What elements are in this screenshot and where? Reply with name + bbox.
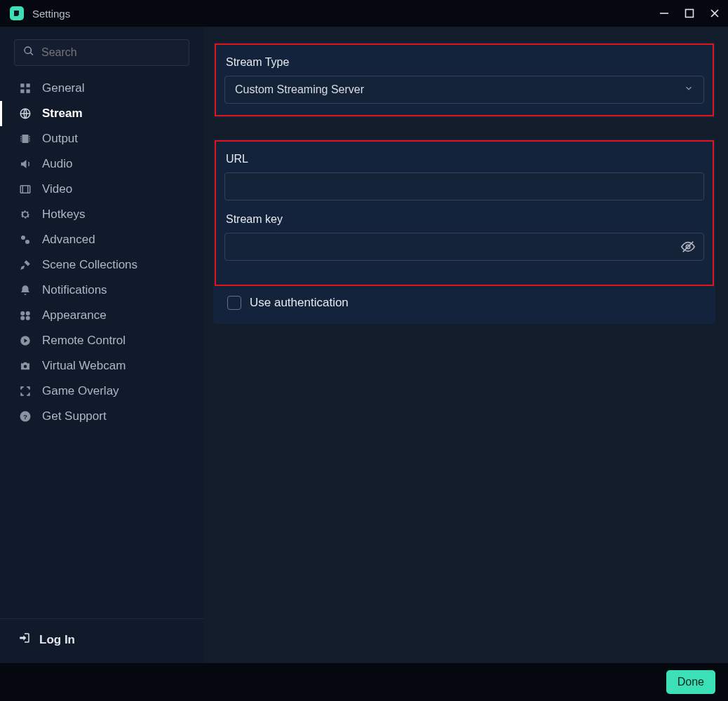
svg-rect-10 — [20, 136, 22, 137]
done-button[interactable]: Done — [666, 670, 715, 694]
svg-point-26 — [24, 365, 27, 369]
sidebar-item-virtual-webcam[interactable]: Virtual Webcam — [0, 353, 203, 379]
eye-off-icon[interactable] — [680, 239, 696, 254]
login-label: Log In — [39, 633, 75, 647]
play-circle-icon — [18, 334, 32, 348]
sidebar-item-label: Advanced — [42, 233, 95, 247]
svg-rect-7 — [27, 90, 30, 93]
connection-highlight: URL Stream key — [215, 140, 714, 286]
svg-point-21 — [20, 311, 25, 315]
svg-point-22 — [26, 311, 30, 315]
camera-icon — [18, 359, 32, 373]
film-icon — [18, 182, 32, 196]
globe-icon — [18, 107, 32, 121]
stream-type-highlight: Stream Type Custom Streaming Server — [215, 43, 714, 116]
bell-icon — [18, 283, 32, 297]
sidebar-item-notifications[interactable]: Notifications — [0, 278, 203, 303]
sidebar-item-label: Appearance — [42, 308, 107, 322]
sidebar-nav: General Stream Output Audio Video Hotkey… — [0, 76, 203, 429]
titlebar: Settings — [0, 0, 728, 27]
sidebar-item-appearance[interactable]: Appearance — [0, 303, 203, 328]
window-controls — [658, 7, 721, 20]
tools-icon — [18, 258, 32, 272]
stream-type-selected: Custom Streaming Server — [235, 83, 364, 96]
connection-card: URL Stream key Use authenticatio — [213, 139, 715, 324]
maximize-button[interactable] — [683, 7, 696, 20]
sidebar: General Stream Output Audio Video Hotkey… — [0, 27, 203, 663]
svg-rect-6 — [20, 90, 24, 93]
use-auth-label: Use authentication — [250, 296, 349, 310]
sidebar-item-general[interactable]: General — [0, 76, 203, 101]
sidebar-item-scene-collections[interactable]: Scene Collections — [0, 252, 203, 278]
svg-rect-14 — [29, 138, 30, 139]
chevron-down-icon — [684, 83, 694, 96]
volume-icon — [18, 157, 32, 171]
svg-rect-1 — [686, 10, 694, 18]
grid-icon — [18, 81, 32, 95]
sidebar-item-label: Game Overlay — [42, 384, 119, 398]
login-icon — [18, 632, 31, 648]
search-input-wrapper[interactable] — [14, 39, 189, 66]
svg-rect-12 — [20, 140, 22, 142]
sidebar-item-get-support[interactable]: ? Get Support — [0, 404, 203, 429]
svg-rect-11 — [20, 138, 22, 139]
sidebar-item-label: Get Support — [42, 409, 107, 423]
use-auth-checkbox[interactable] — [227, 296, 241, 310]
sidebar-item-label: Video — [42, 182, 72, 196]
sidebar-item-audio[interactable]: Audio — [0, 151, 203, 177]
sidebar-item-label: Hotkeys — [42, 207, 85, 222]
sidebar-item-label: Output — [42, 132, 78, 146]
search-icon — [23, 46, 34, 60]
sidebar-item-video[interactable]: Video — [0, 177, 203, 202]
url-input[interactable] — [224, 172, 704, 200]
sidebar-item-label: Audio — [42, 157, 72, 171]
stream-type-card: Stream Type Custom Streaming Server — [213, 42, 715, 118]
expand-icon — [18, 384, 32, 398]
sidebar-item-remote-control[interactable]: Remote Control — [0, 328, 203, 353]
sidebar-item-label: Virtual Webcam — [42, 359, 126, 373]
sidebar-item-label: Stream — [42, 107, 83, 121]
sidebar-item-stream[interactable]: Stream — [0, 101, 203, 126]
login-button[interactable]: Log In — [18, 632, 189, 648]
svg-rect-16 — [20, 186, 30, 193]
svg-rect-5 — [27, 83, 30, 87]
sidebar-item-hotkeys[interactable]: Hotkeys — [0, 202, 203, 227]
svg-text:?: ? — [23, 413, 27, 421]
svg-point-23 — [20, 316, 25, 320]
stream-key-input[interactable] — [224, 233, 704, 261]
sidebar-footer: Log In — [0, 618, 203, 663]
use-auth-row[interactable]: Use authentication — [224, 293, 704, 311]
app-icon — [10, 6, 24, 20]
gear-icon — [18, 207, 32, 222]
svg-point-20 — [25, 240, 29, 244]
window-title: Settings — [32, 8, 70, 20]
main-content: Stream Type Custom Streaming Server URL … — [203, 27, 728, 663]
titlebar-left: Settings — [10, 6, 70, 20]
svg-point-24 — [26, 316, 30, 320]
stream-type-select[interactable]: Custom Streaming Server — [224, 76, 704, 104]
url-label: URL — [226, 153, 704, 165]
sidebar-item-label: Remote Control — [42, 334, 126, 348]
svg-point-19 — [21, 236, 25, 240]
sidebar-item-label: General — [42, 81, 84, 95]
sidebar-item-game-overlay[interactable]: Game Overlay — [0, 379, 203, 404]
stream-type-label: Stream Type — [226, 56, 704, 69]
minimize-button[interactable] — [658, 7, 670, 20]
svg-rect-13 — [29, 136, 30, 137]
help-icon: ? — [18, 409, 32, 423]
swatches-icon — [18, 308, 32, 322]
sidebar-item-label: Scene Collections — [42, 258, 137, 272]
footer: Done — [0, 663, 728, 701]
sidebar-item-label: Notifications — [42, 283, 107, 297]
sidebar-item-advanced[interactable]: Advanced — [0, 227, 203, 252]
svg-rect-9 — [22, 135, 29, 143]
sidebar-item-output[interactable]: Output — [0, 126, 203, 151]
svg-rect-15 — [29, 140, 30, 142]
chip-icon — [18, 132, 32, 146]
search-input[interactable] — [41, 46, 182, 59]
gears-icon — [18, 233, 32, 247]
svg-rect-4 — [20, 83, 24, 87]
close-button[interactable] — [708, 7, 721, 20]
stream-key-label: Stream key — [226, 213, 704, 226]
